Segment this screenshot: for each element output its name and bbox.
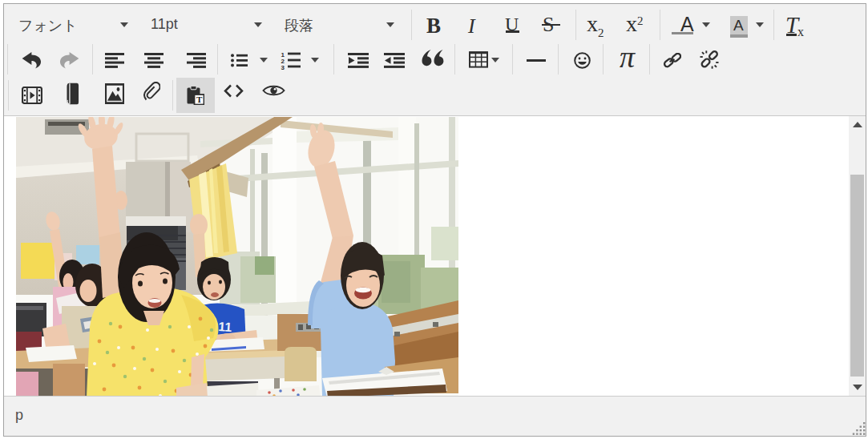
svg-text:3: 3 — [281, 64, 285, 70]
svg-text:T: T — [196, 95, 203, 104]
svg-text:11: 11 — [218, 320, 232, 334]
